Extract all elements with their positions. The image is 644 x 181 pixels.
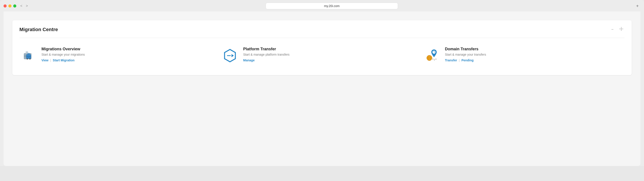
- migrations-overview-content: Migrations Overview Start & manage your …: [42, 47, 85, 62]
- platform-transfer-description: Start & manage platform transfers: [243, 53, 290, 56]
- move-widget-button[interactable]: [618, 26, 624, 33]
- svg-point-9: [29, 58, 30, 59]
- platform-transfer-card: Platform Transfer Start & manage platfor…: [221, 47, 423, 64]
- nav-buttons: < >: [19, 4, 29, 9]
- domain-transfers-links: Transfer | Pending: [445, 59, 486, 62]
- minimize-button[interactable]: [8, 5, 12, 8]
- migrations-overview-card: Migrations Overview Start & manage your …: [20, 47, 221, 64]
- platform-svg: [222, 48, 238, 63]
- svg-point-21: [436, 59, 436, 60]
- platform-transfer-content: Platform Transfer Start & manage platfor…: [243, 47, 290, 62]
- browser-titlebar: < > my.20i.com +: [4, 3, 640, 9]
- platform-transfer-title: Platform Transfer: [243, 47, 290, 51]
- back-button[interactable]: <: [19, 4, 24, 9]
- svg-point-20: [434, 59, 435, 60]
- browser-chrome: < > my.20i.com + Migration Centre −: [0, 0, 644, 166]
- close-button[interactable]: [4, 5, 6, 8]
- traffic-lights: [4, 5, 16, 8]
- minimize-widget-button[interactable]: −: [610, 26, 614, 33]
- start-migration-link[interactable]: Start Migration: [53, 59, 74, 62]
- browser-content: Migration Centre −: [4, 12, 640, 166]
- svg-rect-7: [26, 56, 31, 57]
- svg-rect-3: [26, 52, 28, 53]
- view-link[interactable]: View: [42, 59, 48, 62]
- migrations-overview-title: Migrations Overview: [42, 47, 85, 51]
- move-icon: [619, 27, 624, 31]
- maximize-button[interactable]: [13, 5, 16, 8]
- domain-transfers-content: Domain Transfers Start & manage your tra…: [445, 47, 486, 62]
- link-separator-2: |: [459, 59, 460, 62]
- platform-transfer-icon: [221, 47, 239, 64]
- domain-transfers-title: Domain Transfers: [445, 47, 486, 51]
- svg-point-8: [27, 58, 28, 59]
- domain-transfers-icon: [423, 47, 440, 64]
- svg-point-19: [432, 59, 433, 60]
- cards-area: Migrations Overview Start & manage your …: [12, 38, 632, 75]
- widget-title: Migration Centre: [20, 27, 58, 33]
- forward-button[interactable]: >: [24, 4, 29, 9]
- luggage-svg: [20, 48, 36, 63]
- domain-transfers-description: Start & manage your transfers: [445, 53, 486, 56]
- pending-link[interactable]: Pending: [462, 59, 474, 62]
- migrations-overview-links: View | Start Migration: [42, 59, 85, 62]
- address-bar-wrapper: my.20i.com: [32, 3, 632, 9]
- migrations-overview-description: Start & manage your migrations: [42, 53, 85, 56]
- new-tab-button[interactable]: +: [634, 3, 640, 9]
- widget-controls: −: [610, 26, 624, 33]
- domain-svg: [424, 48, 440, 63]
- platform-transfer-links: Manage: [243, 59, 290, 62]
- manage-link[interactable]: Manage: [243, 59, 255, 62]
- widget-header: Migration Centre −: [12, 20, 632, 38]
- transfer-link[interactable]: Transfer: [445, 59, 457, 62]
- link-separator-1: |: [50, 59, 51, 62]
- luggage-icon: [20, 47, 37, 64]
- widget-container: Migration Centre −: [12, 20, 632, 75]
- domain-transfers-card: Domain Transfers Start & manage your tra…: [423, 47, 624, 64]
- address-bar[interactable]: my.20i.com: [266, 3, 398, 9]
